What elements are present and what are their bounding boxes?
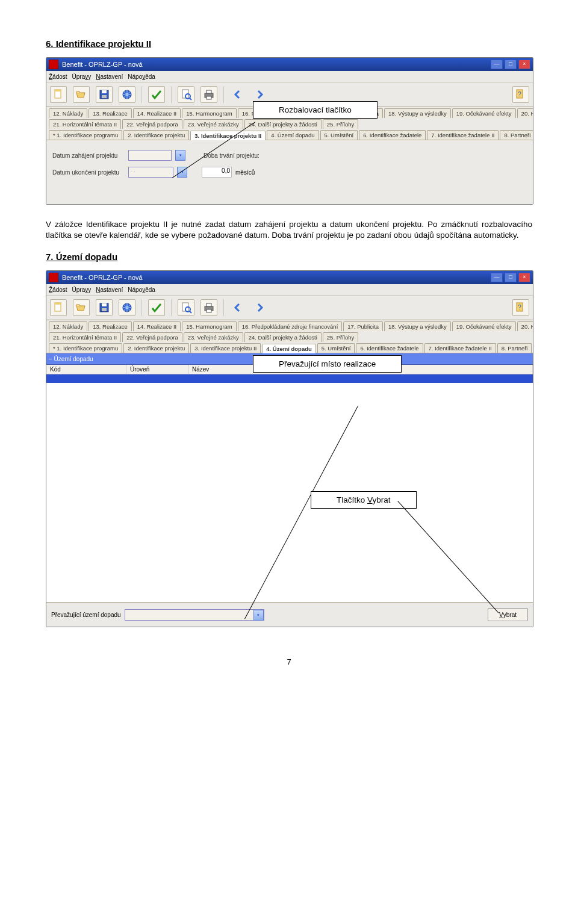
toolbar-save-icon[interactable]	[96, 86, 113, 103]
tab-4-active[interactable]: 4. Území dopadu	[262, 344, 315, 353]
tab-6[interactable]: 6. Identifikace žadatele	[356, 343, 423, 353]
maximize-button[interactable]: □	[505, 273, 517, 282]
toolbar-prev-icon[interactable]	[230, 300, 246, 315]
menu-zadost[interactable]: Žádost	[49, 73, 67, 80]
table-row-selected[interactable]	[46, 374, 533, 383]
vybrat-button[interactable]: Vybrat	[488, 608, 528, 621]
toolbar-new-icon[interactable]	[50, 86, 67, 103]
menubar-2: Žádost Úpravy Nastavení Nápověda	[46, 284, 533, 296]
toolbar-prev-icon[interactable]	[230, 87, 246, 102]
bottom-bar: Převažující území dopadu ▾ Vybrat	[46, 603, 533, 627]
tab-18[interactable]: 18. Výstupy a výsledky	[384, 108, 451, 118]
menu-nastaveni[interactable]: Nastavení	[96, 73, 123, 80]
tab-5[interactable]: 5. Umístění	[320, 130, 358, 140]
menu-upravy[interactable]: Úpravy	[72, 287, 92, 293]
tab-19[interactable]: 19. Očekávané efekty	[452, 108, 516, 118]
window-titlebar-2: Benefit - OPRLZ-GP - nová — □ ×	[46, 271, 533, 284]
tab-17[interactable]: 17. Publicita	[343, 321, 383, 331]
svg-rect-3	[102, 90, 107, 93]
toolbar-open-icon[interactable]	[73, 86, 90, 103]
toolbar-preview-icon[interactable]	[178, 299, 194, 316]
tab-25[interactable]: 25. Přílohy	[323, 119, 358, 129]
menubar: Žádost Úpravy Nastavení Nápověda	[46, 71, 533, 82]
tab-15[interactable]: 15. Harmonogram	[182, 321, 237, 331]
toolbar-open-icon[interactable]	[73, 299, 90, 316]
tab-8[interactable]: 8. Partneři	[497, 343, 532, 353]
col-uroven[interactable]: Úroveň	[126, 365, 188, 374]
tab-23[interactable]: 23. Veřejné zakázky	[184, 332, 243, 342]
select-prevazujici-uzemi[interactable]: ▾	[125, 609, 264, 621]
toolbar-next-icon[interactable]	[252, 300, 267, 315]
tab-25[interactable]: 25. Přílohy	[323, 332, 358, 342]
tab-21[interactable]: 21. Horizontální témata II	[49, 332, 121, 342]
tab-1[interactable]: * 1. Identifikace programu	[49, 343, 122, 353]
dropdown-icon-prevazujici[interactable]: ▾	[253, 610, 264, 621]
tab-7[interactable]: 7. Identifikace žadatele II	[427, 130, 499, 140]
toolbar-print-icon[interactable]	[200, 86, 217, 103]
tab-5[interactable]: 5. Umístění	[317, 343, 355, 353]
tab-1[interactable]: * 1. Identifikace programu	[49, 130, 122, 140]
label-doba-trvani: Doba trvání projektu:	[204, 152, 259, 159]
menu-napoveda[interactable]: Nápověda	[128, 73, 155, 80]
tab-2[interactable]: 2. Identifikace projektu	[123, 343, 189, 353]
toolbar-check-icon[interactable]	[148, 86, 165, 103]
tab-7[interactable]: 7. Identifikace žadatele II	[424, 343, 496, 353]
tab-8[interactable]: 8. Partneři	[500, 130, 533, 140]
toolbar-next-icon[interactable]	[252, 87, 267, 102]
screenshot-identifikace-ii: Benefit - OPRLZ-GP - nová — □ × Žádost Ú…	[46, 57, 533, 205]
input-datum-ukonceni[interactable]: . .	[128, 167, 173, 178]
label-datum-ukonceni: Datum ukončení projektu	[52, 169, 125, 176]
menu-nastaveni[interactable]: Nastavení	[96, 287, 123, 293]
tab-23[interactable]: 23. Veřejné zakázky	[184, 119, 243, 129]
input-datum-zahajeni[interactable]	[128, 150, 172, 161]
tab-24[interactable]: 24. Další projekty a žádosti	[244, 119, 322, 129]
tab-18[interactable]: 18. Výstupy a výsledky	[384, 321, 451, 331]
tab-16[interactable]: 16. Předpokládané zdroje financování	[238, 321, 343, 331]
tab-9[interactable]: 9. Popis	[533, 343, 533, 353]
tab-20[interactable]: 20. Horizontální témata I	[517, 321, 533, 331]
tab-21[interactable]: 21. Horizontální témata II	[49, 119, 121, 129]
dropdown-icon-zahajeni[interactable]: ▾	[175, 150, 185, 161]
tab-4[interactable]: 4. Území dopadu	[267, 130, 319, 140]
tab-12[interactable]: 12. Náklady	[49, 321, 87, 331]
list-body[interactable]	[46, 374, 533, 603]
toolbar-new-icon[interactable]	[50, 299, 67, 316]
toolbar-help-icon[interactable]: ?	[512, 86, 529, 103]
tab-3[interactable]: 3. Identifikace projektu II	[190, 343, 261, 353]
tab-2[interactable]: 2. Identifikace projektu	[123, 130, 189, 140]
toolbar-help-icon[interactable]: ?	[512, 299, 529, 316]
tab-6[interactable]: 6. Identifikace žadatele	[359, 130, 426, 140]
tab-24[interactable]: 24. Další projekty a žádosti	[244, 332, 322, 342]
tab-22[interactable]: 22. Veřejná podpora	[122, 332, 182, 342]
tab-14[interactable]: 14. Realizace II	[133, 108, 181, 118]
close-button[interactable]: ×	[518, 60, 530, 69]
toolbar-globe-icon[interactable]	[119, 299, 135, 316]
tab-13[interactable]: 13. Realizace	[89, 108, 132, 118]
tab-12[interactable]: 12. Náklady	[49, 108, 87, 118]
toolbar-print-icon[interactable]	[200, 299, 217, 316]
tab-15[interactable]: 15. Harmonogram	[182, 108, 237, 118]
svg-rect-4	[102, 95, 107, 98]
tab-14[interactable]: 14. Realizace II	[133, 321, 181, 331]
close-button[interactable]: ×	[518, 273, 530, 282]
svg-line-22	[190, 311, 191, 313]
window-title-2: Benefit - OPRLZ-GP - nová	[62, 274, 143, 281]
toolbar-save-icon[interactable]	[96, 299, 113, 316]
callout-rozbalovaci-tlacitko: Rozbalovací tlačítko	[253, 101, 378, 119]
minimize-button[interactable]: —	[491, 273, 503, 282]
maximize-button[interactable]: □	[505, 60, 517, 69]
tab-22[interactable]: 22. Veřejná podpora	[122, 119, 182, 129]
col-kod[interactable]: Kód	[46, 365, 126, 374]
tab-3-active[interactable]: 3. Identifikace projektu II	[190, 131, 266, 140]
tab-19[interactable]: 19. Očekávané efekty	[452, 321, 516, 331]
toolbar-check-icon[interactable]	[148, 299, 165, 316]
tab-13[interactable]: 13. Realizace	[89, 321, 132, 331]
tab-20[interactable]: 20. Horizontální témata I	[517, 108, 533, 118]
menu-zadost[interactable]: Žádost	[49, 287, 67, 293]
toolbar-globe-icon[interactable]	[119, 86, 135, 103]
toolbar-preview-icon[interactable]	[178, 86, 194, 103]
menu-upravy[interactable]: Úpravy	[72, 73, 92, 80]
toolbar-separator	[171, 86, 172, 103]
menu-napoveda[interactable]: Nápověda	[128, 287, 155, 293]
minimize-button[interactable]: —	[491, 60, 503, 69]
